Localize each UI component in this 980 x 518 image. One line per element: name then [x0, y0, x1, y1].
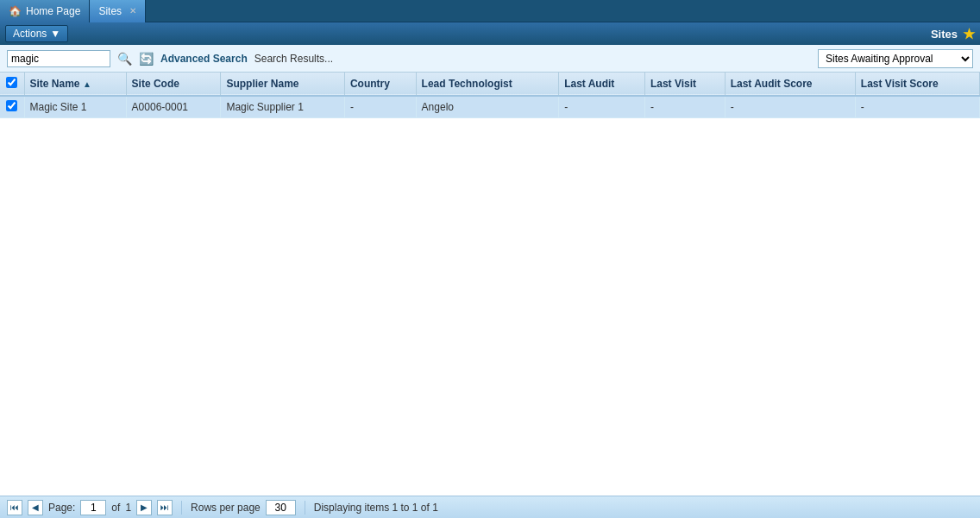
table-body: Magic Site 1A0006-0001Magic Supplier 1-A…: [0, 96, 980, 118]
actions-dropdown-icon: ▼: [50, 28, 60, 40]
col-last-visit-label: Last Visit: [650, 78, 696, 90]
favorite-star-icon[interactable]: ★: [963, 26, 975, 42]
sites-table: Site Name ▲ Site Code Supplier Name Coun…: [0, 73, 980, 118]
home-icon: 🏠: [9, 5, 22, 17]
actions-label: Actions: [13, 28, 47, 40]
row-site-name: Magic Site 1: [24, 96, 126, 118]
col-header-last-audit-score[interactable]: Last Audit Score: [725, 73, 855, 96]
tab-sites-label: Sites: [98, 5, 122, 17]
table-container: Site Name ▲ Site Code Supplier Name Coun…: [0, 73, 980, 496]
row-last-visit-score: -: [855, 96, 979, 118]
row-checkbox-cell: [0, 96, 24, 118]
col-header-country[interactable]: Country: [344, 73, 416, 96]
search-submit-icon[interactable]: 🔍: [117, 52, 132, 66]
toolbar-left: Actions ▼: [5, 25, 68, 42]
toolbar: Actions ▼ Sites ★: [0, 22, 980, 45]
col-header-site-name[interactable]: Site Name ▲: [24, 73, 126, 96]
last-page-button[interactable]: ⏭: [157, 500, 173, 515]
col-last-audit-label: Last Audit: [564, 78, 614, 90]
next-page-button[interactable]: ▶: [136, 500, 152, 515]
footer: ⏮ ◀ Page: of 1 ▶ ⏭ Rows per page Display…: [0, 496, 980, 518]
col-header-last-visit-score[interactable]: Last Visit Score: [855, 73, 979, 96]
tab-home-label: Home Page: [26, 5, 80, 17]
filter-select[interactable]: Sites Awaiting Approval: [818, 49, 973, 68]
displaying-text: Displaying items 1 to 1 of 1: [314, 502, 438, 514]
row-lead-technologist: Angelo: [416, 96, 559, 118]
col-last-visit-score-label: Last Visit Score: [861, 78, 939, 90]
of-label: of: [111, 502, 120, 514]
col-header-site-code[interactable]: Site Code: [126, 73, 221, 96]
table-row[interactable]: Magic Site 1A0006-0001Magic Supplier 1-A…: [0, 96, 980, 118]
row-supplier-name: Magic Supplier 1: [221, 96, 344, 118]
col-header-last-visit[interactable]: Last Visit: [644, 73, 725, 96]
first-page-button[interactable]: ⏮: [7, 500, 22, 515]
col-last-audit-score-label: Last Audit Score: [731, 78, 813, 90]
actions-button[interactable]: Actions ▼: [5, 25, 68, 42]
search-input[interactable]: [7, 50, 110, 67]
total-pages: 1: [125, 502, 131, 514]
toolbar-right: Sites ★: [931, 26, 975, 42]
main-content: 🔍 🔄 Advanced Search Search Results... Si…: [0, 45, 980, 518]
tab-bar: 🏠 Home Page Sites ✕: [0, 0, 980, 22]
col-supplier-name-label: Supplier Name: [226, 78, 298, 90]
row-last-audit: -: [559, 96, 645, 118]
table-header-row: Site Name ▲ Site Code Supplier Name Coun…: [0, 73, 980, 96]
prev-page-button[interactable]: ◀: [28, 500, 43, 515]
row-country: -: [344, 96, 416, 118]
col-site-code-label: Site Code: [132, 78, 179, 90]
col-header-lead-technologist[interactable]: Lead Technologist: [416, 73, 559, 96]
select-all-header[interactable]: [0, 73, 24, 96]
col-country-label: Country: [350, 78, 390, 90]
col-lead-technologist-label: Lead Technologist: [422, 78, 512, 90]
tab-home[interactable]: 🏠 Home Page: [0, 0, 90, 22]
refresh-icon[interactable]: 🔄: [139, 52, 154, 66]
col-site-name-label: Site Name: [30, 78, 80, 90]
sort-arrow-site-name: ▲: [83, 79, 91, 89]
col-header-supplier-name[interactable]: Supplier Name: [221, 73, 344, 96]
row-site-code: A0006-0001: [126, 96, 221, 118]
select-all-checkbox[interactable]: [6, 77, 17, 88]
page-title: Sites: [931, 28, 958, 41]
advanced-search-link[interactable]: Advanced Search: [160, 53, 248, 65]
rows-per-page-input[interactable]: [266, 500, 296, 515]
search-bar: 🔍 🔄 Advanced Search Search Results... Si…: [0, 45, 980, 73]
page-label: Page:: [48, 502, 75, 514]
search-results-label: Search Results...: [254, 53, 333, 65]
search-bar-right: Sites Awaiting Approval: [818, 49, 973, 68]
tab-sites-close[interactable]: ✕: [129, 6, 136, 16]
row-last-audit-score: -: [725, 96, 855, 118]
footer-separator: [181, 501, 182, 515]
col-header-last-audit[interactable]: Last Audit: [559, 73, 645, 96]
rows-per-page-label: Rows per page: [191, 502, 261, 514]
page-number-input[interactable]: [80, 500, 106, 515]
tab-sites[interactable]: Sites ✕: [90, 0, 146, 22]
footer-separator-2: [305, 501, 305, 515]
row-checkbox[interactable]: [6, 100, 17, 111]
row-last-visit: -: [644, 96, 725, 118]
